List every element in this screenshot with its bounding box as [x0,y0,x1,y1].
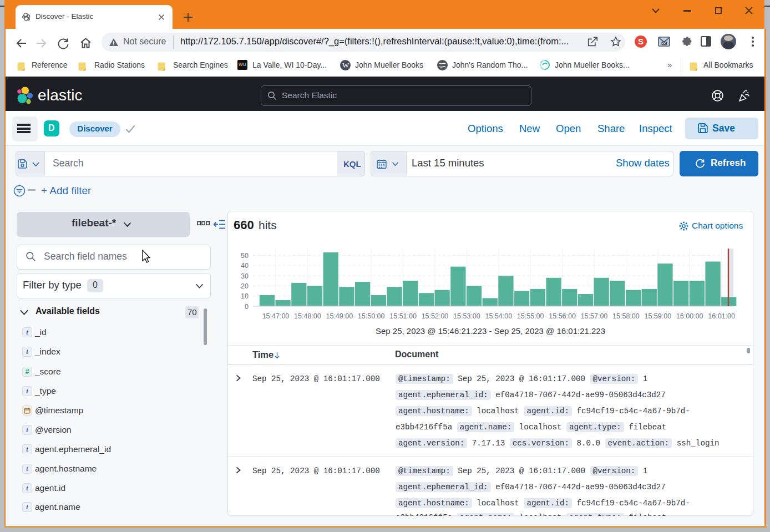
svg-text:15:57:00: 15:57:00 [581,312,608,320]
svg-text:15:58:00: 15:58:00 [612,312,640,320]
svg-text:15:49:00: 15:49:00 [326,312,353,320]
svg-text:15:54:00: 15:54:00 [485,312,512,320]
svg-text:20: 20 [241,282,249,290]
svg-text:0: 0 [245,303,249,311]
svg-text:16:00:00: 16:00:00 [676,312,703,320]
svg-text:15:53:00: 15:53:00 [453,312,480,320]
svg-text:30: 30 [241,272,249,280]
svg-text:15:51:00: 15:51:00 [389,312,417,320]
svg-text:40: 40 [241,262,249,270]
svg-text:15:55:00: 15:55:00 [517,312,544,320]
svg-text:15:56:00: 15:56:00 [549,312,576,320]
svg-text:16:01:00: 16:01:00 [708,312,735,320]
svg-text:15:52:00: 15:52:00 [422,312,449,320]
svg-text:15:47:00: 15:47:00 [262,312,290,320]
svg-text:10: 10 [241,292,249,300]
svg-text:15:59:00: 15:59:00 [644,312,671,320]
svg-text:15:48:00: 15:48:00 [294,312,321,320]
svg-text:50: 50 [241,252,249,260]
svg-text:15:50:00: 15:50:00 [358,312,385,320]
